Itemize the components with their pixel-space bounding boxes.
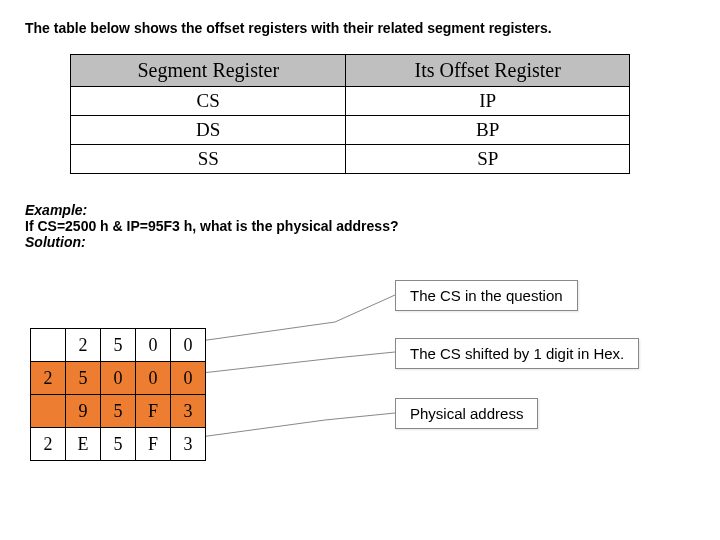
cell: 5: [101, 395, 136, 428]
annotation-cs: The CS in the question: [395, 280, 578, 311]
calculation-table: 2 5 0 0 2 5 0 0 0 9 5 F 3 2 E 5 F 3: [30, 328, 206, 461]
cell: SS: [71, 145, 346, 174]
cell: 0: [136, 362, 171, 395]
cell: 5: [66, 362, 101, 395]
example-question: If CS=2500 h & IP=95F3 h, what is the ph…: [25, 218, 645, 234]
cell: 9: [66, 395, 101, 428]
cell: 3: [171, 395, 206, 428]
cell: 0: [136, 329, 171, 362]
cell: F: [136, 395, 171, 428]
cell: 0: [101, 362, 136, 395]
cell: CS: [71, 87, 346, 116]
cell: 0: [171, 329, 206, 362]
annotation-physical: Physical address: [395, 398, 538, 429]
cell: F: [136, 428, 171, 461]
cell: DS: [71, 116, 346, 145]
cell: 2: [66, 329, 101, 362]
col-header-offset: Its Offset Register: [346, 55, 630, 87]
cell: 0: [171, 362, 206, 395]
table-row: DS BP: [71, 116, 630, 145]
col-header-segment: Segment Register: [71, 55, 346, 87]
intro-text: The table below shows the offset registe…: [25, 20, 645, 36]
cell: BP: [346, 116, 630, 145]
cell: E: [66, 428, 101, 461]
cell: 5: [101, 329, 136, 362]
cell: SP: [346, 145, 630, 174]
cell: 2: [31, 362, 66, 395]
table-row: SS SP: [71, 145, 630, 174]
cell: 2: [31, 428, 66, 461]
diagram: 2 5 0 0 2 5 0 0 0 9 5 F 3 2 E 5 F 3 The …: [25, 268, 670, 488]
solution-label: Solution:: [25, 234, 645, 250]
example-label: Example:: [25, 202, 645, 218]
cell: [31, 329, 66, 362]
register-table: Segment Register Its Offset Register CS …: [70, 54, 630, 174]
cell: [31, 395, 66, 428]
cell: 5: [101, 428, 136, 461]
cell: IP: [346, 87, 630, 116]
cell: 3: [171, 428, 206, 461]
annotation-shift: The CS shifted by 1 digit in Hex.: [395, 338, 639, 369]
table-row: CS IP: [71, 87, 630, 116]
